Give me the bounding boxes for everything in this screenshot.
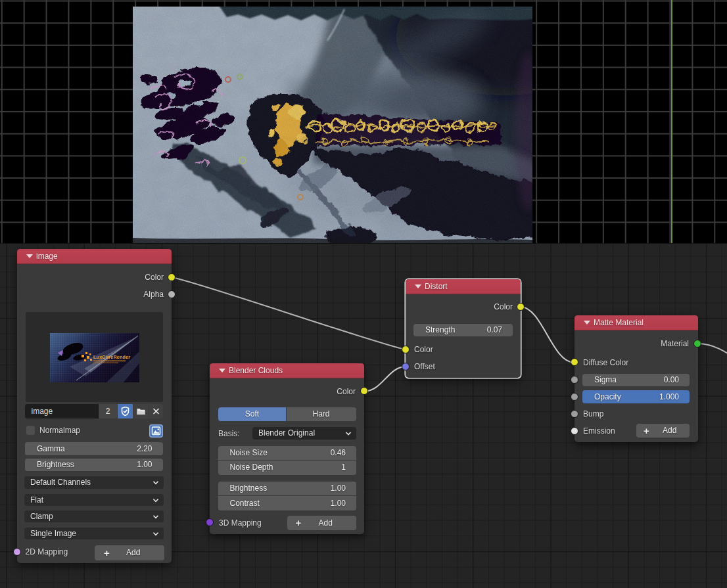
svg-text:LuxCoreRender: LuxCoreRender [93, 354, 130, 360]
